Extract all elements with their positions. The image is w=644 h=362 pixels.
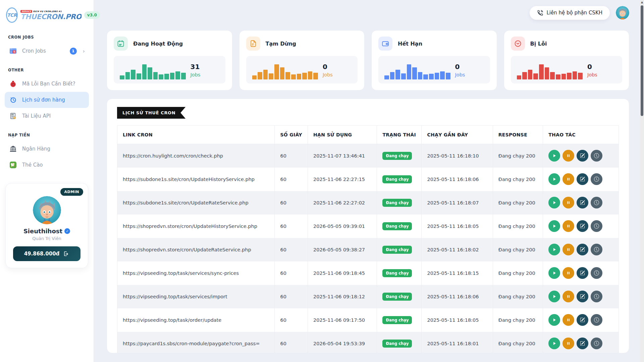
sparkline-bar bbox=[131, 70, 136, 79]
sparkline-bar bbox=[153, 72, 158, 79]
cell-last-run: 2025-05-11 16:18:10 bbox=[422, 144, 493, 168]
wallet-icon bbox=[378, 37, 392, 51]
cell-seconds: 60 bbox=[275, 215, 308, 238]
sidebar-item-order-history[interactable]: Lịch sử đơn hàng bbox=[5, 92, 89, 108]
sidebar-item-label: Mã Lỗi Bạn Cần Biết? bbox=[22, 81, 85, 87]
sidebar-item-api-docs[interactable]: API Tài Liệu API bbox=[5, 108, 89, 124]
play-button[interactable] bbox=[548, 220, 560, 232]
history-button[interactable] bbox=[591, 314, 602, 326]
cell-actions bbox=[543, 285, 619, 308]
cell-seconds: 60 bbox=[275, 308, 308, 332]
pause-button[interactable] bbox=[562, 173, 574, 185]
edit-button[interactable] bbox=[577, 197, 588, 208]
topbar: Liên hệ bộ phận CSKH bbox=[107, 0, 629, 25]
balance-logout-button[interactable]: 49.868.000đ bbox=[13, 246, 80, 261]
cell-status: Đang chạy bbox=[377, 308, 422, 332]
history-button[interactable] bbox=[591, 150, 602, 162]
pause-button[interactable] bbox=[562, 150, 574, 162]
cell-status: Đang chạy bbox=[377, 332, 422, 354]
play-button[interactable] bbox=[548, 291, 560, 302]
stat-panel: 31 Jobs bbox=[114, 56, 225, 83]
status-badge: Đang chạy bbox=[382, 152, 412, 160]
play-button[interactable] bbox=[548, 314, 560, 326]
cron-history-card: LỊCH SỬ THUÊ CRON LINK CRONSỐ GIÂYHẠN SỬ… bbox=[107, 99, 629, 353]
cell-response: Đang chạy 200 bbox=[493, 144, 543, 168]
cell-expires: 2025-11-06 09:18:12 bbox=[308, 285, 377, 308]
play-button[interactable] bbox=[548, 338, 560, 349]
edit-button[interactable] bbox=[577, 267, 588, 279]
edit-button[interactable] bbox=[577, 291, 588, 302]
history-button[interactable] bbox=[591, 220, 602, 232]
play-button[interactable] bbox=[548, 197, 560, 208]
page-scrollbar[interactable]: ▲ bbox=[640, 0, 644, 362]
history-button[interactable] bbox=[591, 197, 602, 208]
scrollbar-up-arrow[interactable]: ▲ bbox=[641, 1, 643, 4]
table-row: https://cron.huylight.com/cron/check.php… bbox=[117, 144, 619, 168]
cell-response: Đang chạy 200 bbox=[493, 215, 543, 238]
column-header: THAO TÁC bbox=[543, 126, 619, 144]
cell-response: Đang chạy 200 bbox=[493, 332, 543, 354]
stat-title: Tạm Dừng bbox=[266, 41, 296, 47]
sparkline-bar bbox=[418, 72, 423, 79]
edit-button[interactable] bbox=[577, 244, 588, 255]
pause-button[interactable] bbox=[562, 291, 574, 302]
pause-button[interactable] bbox=[562, 220, 574, 232]
support-button[interactable]: Liên hệ bộ phận CSKH bbox=[530, 6, 610, 20]
pause-button[interactable] bbox=[562, 338, 574, 349]
cell-last-run: 2025-05-11 16:18:05 bbox=[422, 215, 493, 238]
stat-unit: Jobs bbox=[587, 72, 616, 77]
cell-seconds: 60 bbox=[275, 261, 308, 285]
cell-status: Đang chạy bbox=[377, 168, 422, 191]
history-button[interactable] bbox=[591, 338, 602, 349]
history-button[interactable] bbox=[591, 244, 602, 255]
sparkline-bar bbox=[137, 73, 141, 79]
sparkline-bar bbox=[297, 74, 302, 79]
sparkline-bar bbox=[561, 74, 566, 79]
play-button[interactable] bbox=[548, 267, 560, 279]
pause-button[interactable] bbox=[562, 267, 574, 279]
play-button[interactable] bbox=[548, 173, 560, 185]
user-avatar[interactable] bbox=[616, 6, 629, 19]
history-button[interactable] bbox=[591, 267, 602, 279]
play-button[interactable] bbox=[548, 150, 560, 162]
pause-button[interactable] bbox=[562, 244, 574, 255]
edit-button[interactable] bbox=[577, 220, 588, 232]
sidebar-item-error-codes[interactable]: ! Mã Lỗi Bạn Cần Biết? bbox=[5, 76, 89, 92]
cell-link-cron: https://cron.huylight.com/cron/check.php bbox=[117, 144, 275, 168]
table-row: https://shopredvn.store/cron/UpdateHisto… bbox=[117, 215, 619, 238]
edit-button[interactable] bbox=[577, 314, 588, 326]
cell-status: Đang chạy bbox=[377, 144, 422, 168]
pause-button[interactable] bbox=[562, 314, 574, 326]
sidebar-item-scratch-card[interactable]: Thẻ Cào bbox=[5, 157, 89, 173]
cell-actions bbox=[543, 261, 619, 285]
edit-button[interactable] bbox=[577, 173, 588, 185]
sparkline-bar bbox=[550, 72, 555, 79]
table-row: https://vipseeding.top/task/order/update… bbox=[117, 308, 619, 332]
sparkline-bar bbox=[125, 72, 130, 79]
profile-role: Quản Trị Viên bbox=[11, 236, 83, 241]
sparkline-bar bbox=[440, 71, 445, 79]
play-button[interactable] bbox=[548, 244, 560, 255]
sidebar-item-label: Thẻ Cào bbox=[22, 162, 85, 168]
stat-title: Đang Hoạt Động bbox=[133, 41, 183, 47]
edit-button[interactable] bbox=[577, 150, 588, 162]
column-header: RESPONSE bbox=[493, 126, 543, 144]
sparkline-bar bbox=[573, 71, 577, 79]
stat-sparkline bbox=[517, 61, 583, 79]
cell-actions bbox=[543, 191, 619, 215]
sparkline-bar bbox=[148, 67, 152, 79]
scrollbar-thumb[interactable] bbox=[641, 5, 643, 116]
stat-value: 0 bbox=[455, 63, 484, 71]
history-button[interactable] bbox=[591, 173, 602, 185]
table-row: https://vipseeding.top/task/services/imp… bbox=[117, 285, 619, 308]
edit-button[interactable] bbox=[577, 338, 588, 349]
pause-button[interactable] bbox=[562, 197, 574, 208]
sidebar-item-cron-jobs[interactable]: Cron Jobs 1 › bbox=[5, 43, 89, 59]
profile-name: Sieuthihost bbox=[23, 228, 62, 235]
brand-logo[interactable]: TCR SERVICE DỊCH VỤ CRON-JOBS #1 THUECRO… bbox=[5, 6, 89, 26]
history-button[interactable] bbox=[591, 291, 602, 302]
status-badge: Đang chạy bbox=[382, 246, 412, 254]
phone-icon bbox=[537, 10, 543, 16]
cell-response: Đang chạy 200 bbox=[493, 261, 543, 285]
sidebar-item-bank[interactable]: Ngân Hàng bbox=[5, 141, 89, 157]
